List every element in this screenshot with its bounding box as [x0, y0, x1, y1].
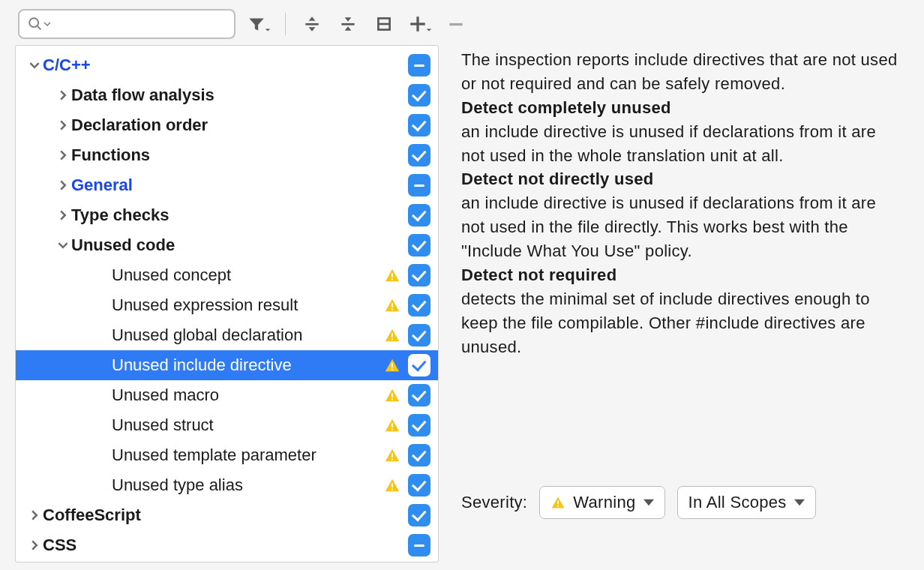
tree-item-general[interactable]: General	[16, 170, 438, 200]
chevron-down-icon	[44, 20, 51, 28]
svg-rect-7	[410, 22, 425, 25]
chevron-right-icon	[55, 90, 71, 100]
svg-rect-3	[341, 23, 354, 26]
svg-rect-23	[392, 483, 393, 488]
warning-icon	[384, 417, 400, 434]
tree-item-coffeescript[interactable]: CoffeeScript	[16, 500, 438, 530]
checkbox-mixed[interactable]	[408, 174, 430, 196]
svg-rect-12	[392, 309, 393, 310]
expand-all-icon[interactable]	[299, 11, 325, 37]
chevron-down-icon	[644, 493, 654, 512]
svg-rect-24	[392, 489, 393, 490]
warning-icon	[384, 387, 400, 404]
tree-item-unused-global[interactable]: Unused global declaration	[16, 320, 438, 350]
tree-item-unused-macro[interactable]: Unused macro	[16, 380, 438, 410]
svg-rect-14	[392, 339, 393, 340]
chevron-right-icon	[55, 150, 71, 160]
main: C/C++ Data flow analysis Declaration ord…	[0, 45, 924, 562]
tree-item-unused-code[interactable]: Unused code	[16, 230, 438, 260]
add-icon[interactable]	[407, 11, 433, 37]
tree-item-unused-concept[interactable]: Unused concept	[16, 260, 438, 290]
detail-heading-2: Detect not directly used	[461, 167, 902, 191]
warning-icon	[550, 495, 566, 510]
tree-label: Declaration order	[71, 116, 408, 135]
checkbox-on[interactable]	[408, 234, 430, 256]
tree-label: CoffeeScript	[43, 506, 408, 525]
checkbox-on[interactable]	[408, 384, 430, 406]
search-input[interactable]	[56, 16, 226, 33]
tree-label: Unused template parameter	[112, 446, 380, 465]
tree-label: Functions	[71, 146, 408, 165]
tree-item-css[interactable]: CSS	[16, 530, 438, 560]
checkbox-on[interactable]	[408, 444, 430, 466]
svg-rect-25	[557, 501, 559, 505]
tree-label: C/C++	[43, 56, 408, 75]
checkbox-on[interactable]	[408, 414, 430, 436]
svg-rect-18	[392, 399, 393, 400]
tree-label: Unused macro	[112, 386, 380, 405]
tree-item-cpp[interactable]: C/C++	[16, 50, 438, 80]
search-input-box[interactable]	[18, 9, 236, 39]
svg-rect-8	[449, 23, 462, 26]
checkbox-mixed[interactable]	[408, 54, 430, 76]
tree-label: Unused type alias	[112, 476, 380, 495]
tree-item-declaration-order[interactable]: Declaration order	[16, 110, 438, 140]
tree-label: CSS	[43, 536, 408, 555]
tree-label: Type checks	[71, 206, 408, 225]
svg-rect-16	[392, 369, 393, 370]
chevron-down-icon	[794, 493, 805, 512]
tree-item-unused-include[interactable]: Unused include directive	[16, 350, 438, 380]
tree-label: Data flow analysis	[71, 86, 408, 105]
chevron-right-icon	[26, 510, 43, 520]
warning-icon	[384, 447, 400, 464]
svg-line-1	[38, 26, 41, 30]
checkbox-on[interactable]	[408, 294, 430, 316]
detail-intro: The inspection reports include directive…	[461, 48, 902, 96]
tree-item-unused-expression[interactable]: Unused expression result	[16, 290, 438, 320]
severity-dropdown[interactable]: Warning	[539, 486, 664, 519]
tree-label: Unused struct	[112, 416, 380, 435]
checkbox-on[interactable]	[408, 114, 430, 136]
tree-item-data-flow[interactable]: Data flow analysis	[16, 80, 438, 110]
checkbox-on[interactable]	[408, 84, 430, 106]
reset-icon[interactable]	[371, 11, 397, 37]
svg-rect-21	[392, 453, 393, 458]
tree-item-functions[interactable]: Functions	[16, 140, 438, 170]
inspection-detail: The inspection reports include directive…	[461, 45, 909, 562]
tree-label: Unused code	[71, 236, 408, 255]
checkbox-on[interactable]	[408, 144, 430, 166]
tree-label: General	[71, 176, 408, 195]
svg-rect-15	[392, 363, 393, 368]
checkbox-on[interactable]	[408, 474, 430, 496]
tree-item-unused-struct[interactable]: Unused struct	[16, 410, 438, 440]
checkbox-on[interactable]	[408, 204, 430, 226]
checkbox-on[interactable]	[408, 354, 430, 376]
checkbox-on[interactable]	[408, 504, 430, 526]
tree-label: Unused concept	[112, 266, 380, 285]
tree-item-type-checks[interactable]: Type checks	[16, 200, 438, 230]
tree-item-unused-type-alias[interactable]: Unused type alias	[16, 470, 438, 500]
svg-rect-11	[392, 303, 393, 308]
remove-icon[interactable]	[443, 11, 469, 37]
checkbox-mixed[interactable]	[408, 534, 430, 556]
warning-icon	[384, 357, 400, 374]
detail-heading-1: Detect completely unused	[461, 96, 902, 120]
tree-label: Unused include directive	[112, 356, 380, 375]
toolbar	[0, 0, 924, 45]
detail-paragraph-2: an include directive is unused if declar…	[461, 191, 902, 263]
warning-icon	[384, 297, 400, 314]
scope-dropdown[interactable]: In All Scopes	[677, 486, 816, 519]
warning-icon	[384, 477, 400, 494]
chevron-right-icon	[55, 210, 71, 220]
tree-label: Unused expression result	[112, 296, 380, 315]
svg-rect-9	[392, 273, 393, 278]
collapse-all-icon[interactable]	[335, 11, 361, 37]
checkbox-on[interactable]	[408, 264, 430, 286]
svg-point-0	[29, 18, 38, 27]
checkbox-on[interactable]	[408, 324, 430, 346]
tree-label: Unused global declaration	[112, 326, 380, 345]
tree-item-unused-template[interactable]: Unused template parameter	[16, 440, 438, 470]
search-icon	[27, 16, 44, 32]
severity-value: Warning	[573, 493, 635, 512]
filter-icon[interactable]	[246, 11, 272, 37]
